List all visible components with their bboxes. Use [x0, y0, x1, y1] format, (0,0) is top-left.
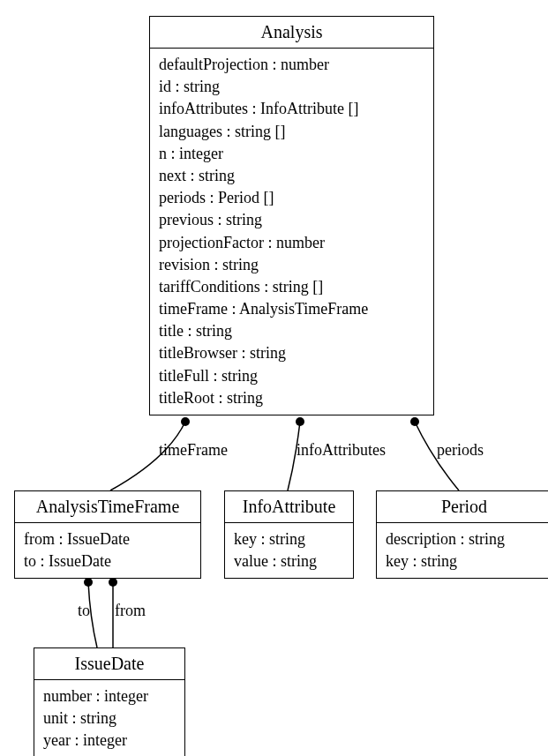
- class-attr: infoAttributes : InfoAttribute []: [159, 98, 424, 120]
- class-attr: tariffConditions : string []: [159, 276, 424, 298]
- svg-point-1: [296, 417, 304, 426]
- svg-point-0: [181, 417, 190, 426]
- class-attr: periods : Period []: [159, 187, 424, 209]
- class-period: Period description : string key : string: [376, 490, 548, 579]
- class-attr: defaultProjection : number: [159, 54, 424, 76]
- class-title: Period: [377, 491, 548, 523]
- class-attr: from : IssueDate: [24, 528, 191, 550]
- class-attr: projectionFactor : number: [159, 232, 424, 254]
- class-title: IssueDate: [34, 648, 184, 680]
- class-attr: id : string: [159, 76, 424, 98]
- class-analysis: Analysis defaultProjection : number id :…: [149, 16, 434, 415]
- edge-label-periods: periods: [437, 441, 484, 460]
- edge-label-from: from: [115, 602, 146, 620]
- edge-label-timeframe: timeFrame: [159, 441, 228, 460]
- class-attr: key : string: [234, 528, 344, 550]
- class-attr: n : integer: [159, 143, 424, 165]
- class-body: key : string value : string: [225, 523, 353, 578]
- class-analysis-time-frame: AnalysisTimeFrame from : IssueDate to : …: [14, 490, 201, 579]
- class-title: Analysis: [150, 17, 433, 49]
- class-issue-date: IssueDate number : integer unit : string…: [34, 647, 185, 756]
- svg-point-2: [410, 417, 419, 426]
- class-attr: description : string: [386, 528, 543, 550]
- class-body: defaultProjection : number id : string i…: [150, 49, 433, 415]
- class-attr: number : integer: [43, 685, 176, 707]
- edge-label-infoattributes: infoAttributes: [297, 441, 386, 460]
- class-body: from : IssueDate to : IssueDate: [15, 523, 200, 578]
- class-attr: year : integer: [43, 730, 176, 752]
- class-attr: next : string: [159, 165, 424, 187]
- uml-diagram: Analysis defaultProjection : number id :…: [9, 9, 548, 756]
- class-attr: previous : string: [159, 209, 424, 231]
- class-attr: key : string: [386, 550, 543, 573]
- class-body: description : string key : string: [377, 523, 548, 578]
- class-title: InfoAttribute: [225, 491, 353, 523]
- class-info-attribute: InfoAttribute key : string value : strin…: [224, 490, 354, 579]
- class-attr: to : IssueDate: [24, 550, 191, 573]
- class-attr: timeFrame : AnalysisTimeFrame: [159, 298, 424, 320]
- class-attr: titleFull : string: [159, 365, 424, 387]
- class-attr: titleBrowser : string: [159, 342, 424, 364]
- svg-point-4: [109, 578, 117, 587]
- class-attr: value : string: [234, 550, 344, 573]
- edge-label-to: to: [78, 602, 90, 620]
- svg-point-3: [84, 578, 93, 587]
- class-body: number : integer unit : string year : in…: [34, 680, 184, 756]
- class-attr: unit : string: [43, 707, 176, 730]
- class-attr: revision : string: [159, 254, 424, 276]
- class-attr: languages : string []: [159, 121, 424, 143]
- class-title: AnalysisTimeFrame: [15, 491, 200, 523]
- class-attr: title : string: [159, 320, 424, 342]
- class-attr: titleRoot : string: [159, 387, 424, 409]
